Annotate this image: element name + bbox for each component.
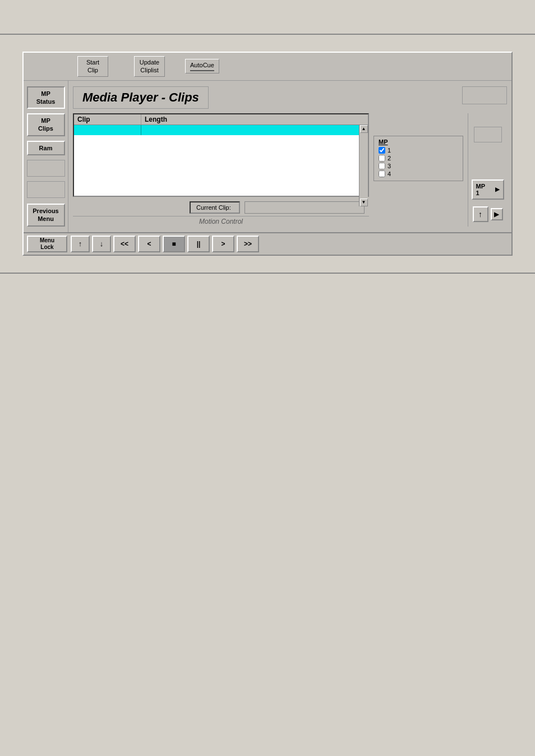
start-clip-button[interactable]: Start Clip (77, 56, 108, 77)
down-arrow-icon: ↓ (100, 239, 104, 248)
rew-fast-button[interactable]: << (113, 236, 136, 252)
scrollbar[interactable]: ▲ ▼ (359, 125, 368, 206)
far-right-column: MP1 ▶ ↑ ▶ (468, 113, 507, 227)
mp-checkbox-3[interactable]: 3 (379, 163, 458, 169)
sidebar-spacer-2 (27, 181, 65, 198)
previous-menu-button[interactable]: Previous Menu (27, 204, 65, 227)
mp-play-label: MP1 (476, 183, 486, 196)
mp-checkbox-4-input[interactable] (379, 170, 385, 177)
mp-clips-button[interactable]: MP Clips (27, 113, 65, 136)
play-button[interactable]: > (212, 236, 234, 252)
scrollbar-up[interactable]: ▲ (360, 125, 368, 133)
stop-button[interactable]: ■ (163, 236, 185, 252)
menu-lock-button[interactable]: Menu Lock (27, 236, 67, 252)
title-row: Media Player - Clips (73, 86, 507, 109)
mp-checkbox-2-input[interactable] (379, 155, 385, 162)
mp-play-button[interactable]: MP1 ▶ (472, 179, 504, 200)
left-sidebar: MP Status MP Clips Ram Previous Menu (24, 81, 68, 232)
transport-up-button[interactable]: ↑ (71, 236, 90, 252)
ram-button[interactable]: Ram (27, 141, 65, 155)
col-length-header: Length (141, 114, 359, 125)
content-area: MP Status MP Clips Ram Previous Menu Med… (24, 81, 511, 232)
clip-table[interactable]: Clip Length (73, 113, 369, 197)
rew-icon: < (147, 240, 151, 248)
autocue-button[interactable]: AutoCue (185, 59, 219, 73)
update-cliplist-button[interactable]: Update Cliplist (134, 56, 165, 77)
play-tri-button[interactable]: ▶ (491, 208, 503, 220)
clip-row-selected[interactable] (74, 125, 359, 135)
mp-status-button[interactable]: MP Status (27, 86, 65, 109)
motion-control-label: Motion Control (73, 216, 369, 227)
toolbar: Start Clip Update Cliplist AutoCue (24, 53, 511, 81)
mp-checkbox-4[interactable]: 4 (379, 170, 458, 177)
rew-button[interactable]: < (138, 236, 160, 252)
fwd-fast-button[interactable]: >> (237, 236, 259, 252)
up-play-row: ↑ ▶ (473, 206, 503, 222)
scrollbar-down[interactable]: ▼ (360, 199, 368, 206)
bottom-rule (0, 273, 535, 274)
sidebar-spacer-1 (27, 160, 65, 177)
mp-checkbox-2[interactable]: 2 (379, 155, 458, 162)
mp-checkbox-1-input[interactable] (379, 147, 385, 154)
mp-play-triangle-icon: ▶ (495, 186, 500, 192)
stop-icon: ■ (172, 240, 176, 248)
mp-checkbox-3-input[interactable] (379, 163, 385, 169)
media-player-title: Media Player - Clips (73, 86, 209, 109)
transport-down-button[interactable]: ↓ (92, 236, 111, 252)
play-icon: > (221, 240, 225, 248)
fwd-fast-icon: >> (244, 240, 252, 248)
far-right-top-box (474, 127, 502, 142)
pause-button[interactable]: || (187, 236, 210, 252)
top-right-box (462, 86, 507, 104)
top-rule (0, 34, 535, 35)
up-arrow-icon: ↑ (79, 239, 82, 248)
mp-checkboxes: MP 1 2 3 (373, 136, 463, 181)
rew-fast-icon: << (121, 240, 128, 248)
transport-bar: Menu Lock ↑ ↓ << < ■ || > >> (24, 232, 511, 255)
main-container: Start Clip Update Cliplist AutoCue MP St… (22, 52, 513, 256)
mp-checkbox-1[interactable]: 1 (379, 147, 458, 154)
mp-checkboxes-title: MP (379, 139, 458, 145)
up-arrow-button[interactable]: ↑ (473, 206, 488, 222)
pause-icon: || (197, 240, 201, 248)
clip-table-header: Clip Length (74, 114, 368, 125)
col-clip-header: Clip (74, 114, 141, 125)
